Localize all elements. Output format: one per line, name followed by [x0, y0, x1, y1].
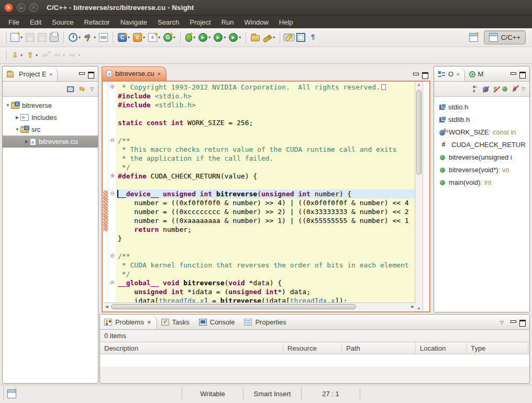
new-class-button[interactable]: G▾: [162, 31, 177, 43]
save-button[interactable]: [24, 31, 36, 43]
link-with-editor-icon[interactable]: ⇆: [79, 85, 85, 93]
outline-item-stdio-h[interactable]: stdio.h: [434, 100, 529, 113]
sort-icon[interactable]: a↓z: [473, 85, 477, 93]
fold-marker-icon[interactable]: ⊖: [109, 278, 116, 287]
column-header-location[interactable]: Location: [416, 342, 467, 354]
collapse-all-icon[interactable]: [67, 86, 74, 92]
code-line[interactable]: ⊕ * Copyright 1993-2012 NVIDIA Corporati…: [109, 83, 415, 92]
new-source-file-button[interactable]: c▾: [147, 31, 162, 43]
tree-item-bitreverse-cu[interactable]: ▶bitreverse.cu: [3, 136, 98, 148]
maximize-editor-icon[interactable]: [422, 72, 428, 77]
scroll-left-icon[interactable]: ◀: [105, 305, 108, 309]
toggle-highlight-button[interactable]: [283, 33, 295, 41]
tab-outline[interactable]: O ×: [434, 68, 465, 81]
maximize-window-button[interactable]: ▫: [29, 3, 38, 12]
minimize-problems-icon[interactable]: [510, 320, 516, 325]
collapse-arrow-icon[interactable]: ▼: [5, 103, 11, 108]
menu-edit[interactable]: Edit: [25, 17, 47, 28]
column-header-type[interactable]: Type: [467, 342, 528, 354]
tab-properties[interactable]: Properties: [240, 316, 291, 329]
code-area[interactable]: ⊕ * Copyright 1993-2012 NVIDIA Corporati…: [109, 82, 415, 311]
collapse-arrow-icon[interactable]: ▼: [14, 127, 20, 132]
horizontal-scrollbar-thumb[interactable]: [111, 304, 356, 309]
menu-search[interactable]: Search: [152, 17, 184, 28]
minimize-editor-icon[interactable]: [413, 72, 419, 77]
column-header-path[interactable]: Path: [342, 342, 416, 354]
close-view-icon[interactable]: ×: [147, 318, 151, 326]
menu-refactor[interactable]: Refactor: [79, 17, 115, 28]
tab-tasks[interactable]: Tasks: [157, 316, 195, 329]
tab-bitreverse-cu[interactable]: bitreverse.cu ×: [102, 66, 167, 81]
tree-item-src[interactable]: ▼Csrc: [3, 124, 98, 136]
minimize-window-button[interactable]: –: [17, 3, 26, 12]
perspective-cpp-button[interactable]: C/C++: [484, 30, 526, 44]
code-line[interactable]: #include <stdlib.h>: [109, 100, 415, 109]
vertical-scrollbar-thumb[interactable]: [416, 90, 422, 175]
hide-non-public-icon[interactable]: [502, 86, 507, 92]
horizontal-scrollbar[interactable]: ◀ ▶: [104, 303, 416, 310]
outline-item-stdlib-h[interactable]: stdlib.h: [434, 113, 529, 126]
tab-make-target[interactable]: M: [465, 68, 489, 81]
toolbar-drag-handle-2[interactable]: [5, 50, 6, 61]
forward-button[interactable]: ⇨▾: [66, 49, 82, 61]
maximize-problems-icon[interactable]: [519, 320, 526, 325]
code-line[interactable]: * CUDA kernel function that reverses the…: [109, 261, 415, 270]
close-view-icon[interactable]: ×: [49, 71, 52, 77]
code-line[interactable]: [109, 243, 415, 252]
code-line[interactable]: ⊕#define CUDA_CHECK_RETURN(value) {: [109, 172, 415, 181]
minimize-outline-icon[interactable]: [510, 72, 516, 77]
menu-run[interactable]: Run: [216, 17, 239, 28]
minimize-view-icon[interactable]: [79, 72, 85, 77]
outline-item-main-void-[interactable]: main(void) : int: [434, 176, 529, 188]
code-line[interactable]: number = ((0xcccccccc & number) >> 2) | …: [109, 207, 415, 216]
menu-project[interactable]: Project: [184, 17, 216, 28]
toggle-block-selection-button[interactable]: [295, 31, 307, 43]
debug-button[interactable]: ▾: [184, 32, 197, 43]
next-annotation-button[interactable]: ⇩▾: [9, 49, 24, 61]
run-history-button[interactable]: ▶▾: [212, 31, 227, 43]
hide-static-members-icon[interactable]: S: [494, 86, 497, 92]
toolbar-drag-handle[interactable]: [5, 32, 6, 43]
close-editor-icon[interactable]: ×: [157, 71, 160, 77]
vertical-ruler[interactable]: [103, 82, 109, 311]
close-window-button[interactable]: ×: [4, 3, 13, 12]
outline-item-bitreverse-void-[interactable]: bitreverse(void*) : vo: [434, 163, 529, 176]
maximize-view-icon[interactable]: [88, 72, 94, 77]
overview-ruler[interactable]: [423, 82, 429, 311]
code-line[interactable]: }: [109, 234, 415, 243]
search-button[interactable]: ▾: [261, 33, 276, 42]
fold-marker-icon[interactable]: ⊖: [109, 252, 116, 261]
menu-file[interactable]: File: [3, 17, 25, 28]
open-perspective-button[interactable]: [468, 31, 480, 43]
code-line[interactable]: * the application if the call failed.: [109, 154, 415, 163]
new-source-folder-button[interactable]: c▾: [131, 31, 147, 43]
expand-arrow-icon[interactable]: ▶: [14, 115, 20, 120]
save-all-button[interactable]: [36, 31, 48, 43]
column-header-resource[interactable]: Resource: [283, 342, 342, 354]
tree-item-includes[interactable]: ▶Includes: [3, 111, 98, 124]
print-button[interactable]: [48, 31, 60, 43]
last-edit-location-button[interactable]: ⇦: [39, 49, 51, 61]
show-whitespace-button[interactable]: ¶: [307, 31, 319, 43]
code-line[interactable]: [109, 181, 415, 189]
code-line[interactable]: ⊖/**: [109, 252, 415, 261]
outline-item-work-size[interactable]: WORK_SIZE : const in: [434, 126, 529, 138]
view-menu-icon[interactable]: ▽: [90, 86, 94, 92]
menu-window[interactable]: Window: [239, 17, 274, 28]
close-outline-icon[interactable]: ×: [456, 71, 459, 77]
fast-view-icon[interactable]: [7, 389, 16, 398]
outline-item-cuda-check-retur[interactable]: #CUDA_CHECK_RETUR: [434, 138, 529, 151]
code-line[interactable]: number = ((0xf0f0f0f0 & number) >> 4) | …: [109, 198, 415, 207]
scroll-down-icon[interactable]: ▼: [415, 307, 423, 310]
tab-project-explorer[interactable]: Project E ×: [3, 68, 58, 81]
code-line[interactable]: unsigned int *idata = (unsigned int*) da…: [109, 287, 415, 296]
menu-help[interactable]: Help: [274, 17, 298, 28]
problems-view-menu-icon[interactable]: ▽: [500, 320, 504, 325]
new-wizard-button[interactable]: ▾: [9, 31, 24, 43]
fold-marker-icon[interactable]: ⊕: [109, 172, 116, 181]
fold-marker-icon[interactable]: ⊖: [109, 189, 116, 198]
fold-marker-icon[interactable]: ⊖: [109, 136, 116, 145]
scroll-right-icon[interactable]: ▶: [412, 305, 414, 309]
scroll-up-icon[interactable]: ▲: [415, 83, 423, 86]
code-line[interactable]: ⊖/**: [109, 136, 415, 145]
